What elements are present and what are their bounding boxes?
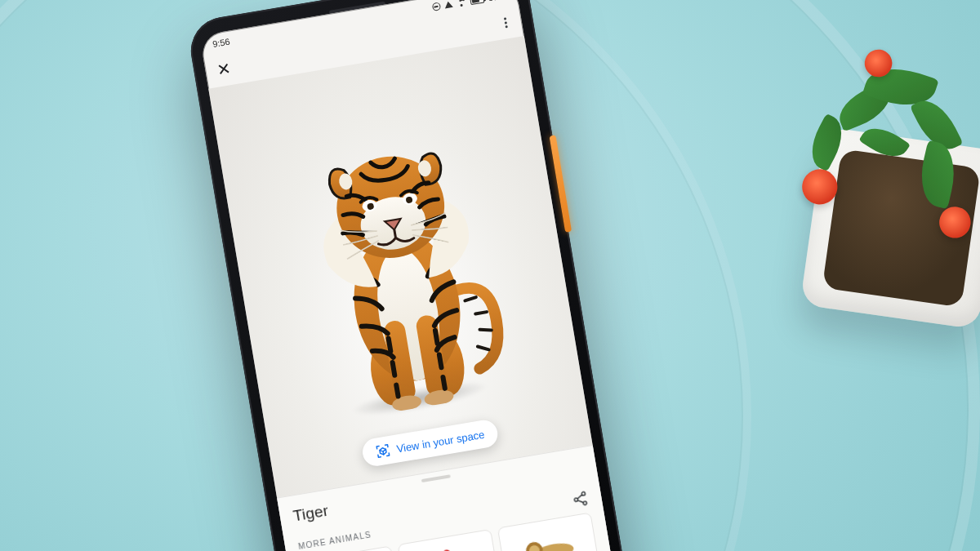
tiger-3d-model[interactable]: [278, 116, 525, 427]
battery-icon: [470, 0, 484, 5]
3d-viewer[interactable]: View in your space: [208, 36, 592, 498]
wifi-icon: [456, 0, 466, 7]
svg-point-18: [583, 501, 587, 505]
view-in-your-space-button[interactable]: View in your space: [360, 418, 499, 468]
status-clock: 9:56: [212, 37, 230, 49]
share-icon[interactable]: [571, 490, 590, 509]
more-animals-label: MORE ANIMALS: [297, 530, 372, 551]
close-icon[interactable]: ✕: [216, 60, 232, 79]
more-options-icon[interactable]: [500, 13, 511, 32]
ar-cube-icon: [375, 442, 392, 460]
subject-title: Tiger: [292, 502, 330, 526]
phone-screen: 9:56 63% ✕: [199, 0, 617, 551]
ar-button-label: View in your space: [395, 428, 485, 455]
battery-percent: 63%: [488, 0, 507, 3]
photo-scene: 9:56 63% ✕: [0, 0, 980, 551]
do-not-disturb-icon: [432, 2, 442, 11]
phone-device: 9:56 63% ✕: [186, 0, 631, 551]
planter: [674, 12, 980, 362]
cellular-icon: [444, 1, 453, 9]
